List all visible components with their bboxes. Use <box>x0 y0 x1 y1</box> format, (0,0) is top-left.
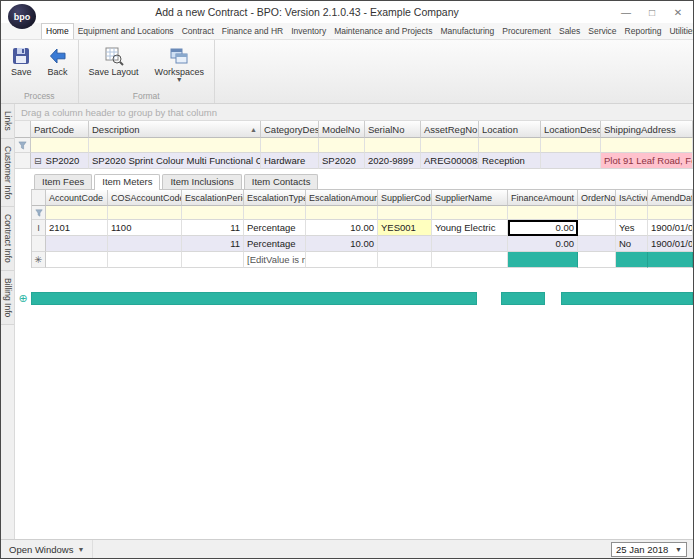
filter-cell-description[interactable] <box>89 138 261 153</box>
column-header-accountcode[interactable]: AccountCode <box>46 190 108 206</box>
cell-escalationamount[interactable]: 10.00 <box>306 220 378 236</box>
collapse-detail-icon[interactable]: ⊟ <box>34 156 42 166</box>
filter-cell-isactive[interactable] <box>616 206 648 220</box>
filter-cell-locationdesc[interactable] <box>541 138 601 153</box>
cell-escalationamount[interactable] <box>306 252 378 268</box>
workspaces-button[interactable]: Workspaces ▼ <box>148 42 211 84</box>
cell-isactive[interactable]: Yes <box>616 220 648 236</box>
date-picker[interactable]: 25 Jan 2018 ▼ <box>611 542 687 557</box>
cell-escalationamount[interactable]: 10.00 <box>306 236 378 252</box>
date-dropdown-icon[interactable]: ▼ <box>675 546 682 553</box>
append-row-cells[interactable] <box>501 292 545 305</box>
master-cell-serialno[interactable]: 2020-9899 <box>365 153 421 169</box>
cell-cosaccountcode[interactable] <box>108 252 182 268</box>
sidebar-tab-contract-info[interactable]: Contract Info <box>1 207 14 271</box>
back-button[interactable]: Back <box>41 42 75 79</box>
column-header-assetregno[interactable]: AssetRegNo <box>421 121 479 138</box>
column-header-shippingaddress[interactable]: ShippingAddress <box>601 121 693 138</box>
column-header-orderno[interactable]: OrderNo <box>578 190 616 206</box>
filter-cell-categorydesc[interactable] <box>261 138 319 153</box>
filter-cell-suppliername[interactable] <box>432 206 508 220</box>
filter-cell-partcode[interactable] <box>31 138 89 153</box>
column-header-escalationamount[interactable]: EscalationAmount <box>306 190 378 206</box>
column-header-isactive[interactable]: IsActive <box>616 190 648 206</box>
ribbon-tab-inventory[interactable]: Inventory <box>287 24 330 39</box>
save-layout-button[interactable]: Save Layout <box>82 42 146 79</box>
column-header-escalationperiod[interactable]: EscalationPeriod <box>182 190 244 206</box>
cell-escalationperiod[interactable]: 11 <box>182 220 244 236</box>
filter-cell-accountcode[interactable] <box>46 206 108 220</box>
cell-amenddate[interactable] <box>648 252 693 268</box>
cell-isactive[interactable]: No <box>616 236 648 252</box>
group-by-panel[interactable]: Drag a column header to group by that co… <box>15 104 693 121</box>
master-cell-shippingaddress[interactable]: Plot 91 Leaf Road, Fo <box>601 153 693 169</box>
column-header-location[interactable]: Location <box>479 121 541 138</box>
cell-cosaccountcode[interactable] <box>108 236 182 252</box>
filter-cell-amenddate[interactable] <box>648 206 693 220</box>
tab-item-inclusions[interactable]: Item Inclusions <box>162 174 241 189</box>
cell-orderno[interactable] <box>578 220 616 236</box>
filter-cell-escalationperiod[interactable] <box>182 206 244 220</box>
ribbon-tab-procurement[interactable]: Procurement <box>498 24 555 39</box>
append-row-icon[interactable]: ⊕ <box>15 292 31 305</box>
cell-suppliercode[interactable] <box>378 236 432 252</box>
ribbon-tab-contract[interactable]: Contract <box>178 24 218 39</box>
filter-cell-cosaccountcode[interactable] <box>108 206 182 220</box>
cell-suppliercode[interactable] <box>378 252 432 268</box>
append-row-cells[interactable] <box>31 292 477 305</box>
master-cell-locationdesc[interactable] <box>541 153 601 169</box>
filter-cell-orderno[interactable] <box>578 206 616 220</box>
master-cell-description[interactable]: SP2020 Sprint Colour Multi Functional Co… <box>89 153 261 169</box>
sidebar-tab-billing-info[interactable]: Billing Info <box>1 271 14 325</box>
append-row-cells[interactable] <box>561 292 693 305</box>
cell-orderno[interactable] <box>578 252 616 268</box>
master-cell-location[interactable]: Reception <box>479 153 541 169</box>
column-header-suppliername[interactable]: SupplierName <box>432 190 508 206</box>
filter-cell-suppliercode[interactable] <box>378 206 432 220</box>
sidebar-tab-customer-info[interactable]: Customer Info <box>1 139 14 207</box>
filter-cell-assetregno[interactable] <box>421 138 479 153</box>
cell-escalationtype[interactable]: Percentage <box>244 236 306 252</box>
tab-item-meters[interactable]: Item Meters <box>94 174 160 190</box>
column-header-financeamount[interactable]: FinanceAmount <box>508 190 578 206</box>
master-cell-assetregno[interactable]: AREG000083 <box>421 153 479 169</box>
cell-accountcode[interactable]: 2101 <box>46 220 108 236</box>
ribbon-tab-sales[interactable]: Sales <box>555 24 584 39</box>
minimize-button[interactable]: — <box>613 3 639 21</box>
filter-cell-serialno[interactable] <box>365 138 421 153</box>
cell-financeamount[interactable] <box>508 252 578 268</box>
cell-escalationtype-null[interactable]: [EditValue is null] <box>244 252 306 268</box>
master-cell-modelno[interactable]: SP2020 <box>319 153 365 169</box>
ribbon-tab-utilities[interactable]: Utilities <box>665 24 693 39</box>
column-header-suppliercode[interactable]: SupplierCode <box>378 190 432 206</box>
cell-suppliername[interactable]: Young Electric <box>432 220 508 236</box>
maximize-button[interactable]: □ <box>639 3 665 21</box>
column-header-cosaccountcode[interactable]: COSAccountCode <box>108 190 182 206</box>
open-windows-button[interactable]: Open Windows ▼ <box>1 540 93 558</box>
cell-accountcode[interactable] <box>46 252 108 268</box>
tab-item-contacts[interactable]: Item Contacts <box>244 174 319 189</box>
ribbon-tab-finance-and-hr[interactable]: Finance and HR <box>218 24 287 39</box>
cell-suppliercode[interactable]: YES001 <box>378 220 432 236</box>
close-button[interactable]: ✕ <box>665 3 691 21</box>
save-button[interactable]: Save <box>4 42 39 79</box>
column-header-escalationtype[interactable]: EscalationType <box>244 190 306 206</box>
ribbon-tab-service[interactable]: Service <box>584 24 620 39</box>
column-header-description[interactable]: Description▲ <box>89 121 261 138</box>
cell-orderno[interactable] <box>578 236 616 252</box>
master-cell-partcode[interactable]: ⊟SP2020 <box>31 153 89 169</box>
tab-item-fees[interactable]: Item Fees <box>34 174 92 189</box>
cell-accountcode[interactable] <box>46 236 108 252</box>
filter-cell-escalationamount[interactable] <box>306 206 378 220</box>
cell-cosaccountcode[interactable]: 1100 <box>108 220 182 236</box>
master-cell-categorydesc[interactable]: Hardware <box>261 153 319 169</box>
cell-suppliername[interactable] <box>432 252 508 268</box>
filter-cell-escalationtype[interactable] <box>244 206 306 220</box>
cell-financeamount-focused[interactable]: 0.00 <box>508 220 578 236</box>
column-header-amenddate[interactable]: AmendDate <box>648 190 693 206</box>
ribbon-tab-home[interactable]: Home <box>41 23 74 39</box>
column-header-modelno[interactable]: ModelNo <box>319 121 365 138</box>
filter-cell-location[interactable] <box>479 138 541 153</box>
ribbon-tab-reporting[interactable]: Reporting <box>621 24 666 39</box>
column-header-partcode[interactable]: PartCode <box>31 121 89 138</box>
